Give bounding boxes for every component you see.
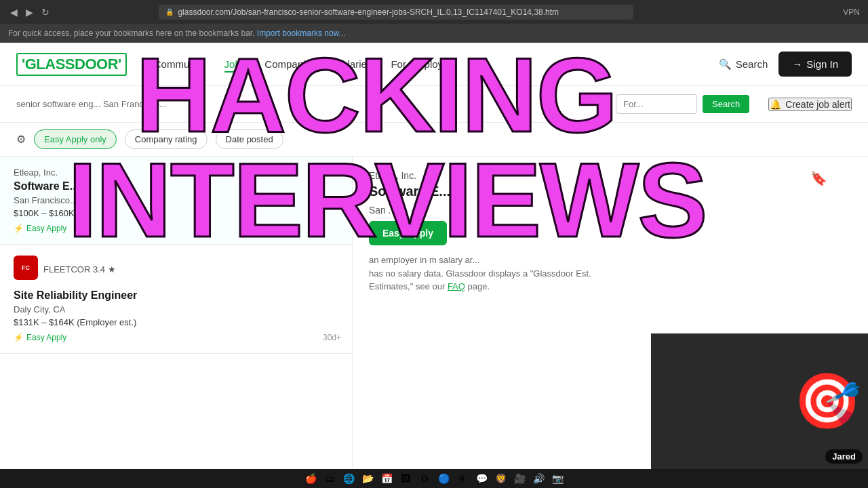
job-title-1: Software E...: [14, 180, 338, 192]
forward-button[interactable]: ▶: [24, 7, 35, 18]
dartboard-icon: 🎯: [793, 369, 861, 433]
company-name-1: Etleap, Inc.: [14, 167, 338, 178]
taskbar-facetime[interactable]: 📷: [550, 471, 565, 486]
bookmark-icon[interactable]: 🔖: [810, 170, 827, 186]
nav-employers[interactable]: For Employers: [391, 56, 457, 73]
easy-apply-text-2: Easy Apply: [26, 333, 66, 342]
bookmarks-bar: For quick access, place your bookmarks h…: [0, 24, 868, 43]
easy-apply-badge-2: ⚡ Easy Apply: [14, 333, 338, 342]
taskbar-app1[interactable]: 📅: [379, 471, 394, 486]
date-posted-filter[interactable]: Date posted: [216, 129, 283, 149]
job-card-1[interactable]: Etleap, Inc. Software E... San Francisco…: [0, 157, 352, 245]
nav-companies[interactable]: Companies: [264, 56, 316, 73]
search-button[interactable]: 🔍 Search: [719, 58, 768, 70]
back-button[interactable]: ◀: [8, 7, 20, 18]
taskbar-settings[interactable]: ⚙: [417, 471, 432, 486]
salary-note: an employer in m salary ar... has no sal…: [369, 253, 852, 293]
webcam-overlay: 🎯 Jared: [651, 333, 868, 469]
nav-links: Community Jobs Companies Salaries For Em…: [154, 56, 457, 73]
url-text: glassdoor.com/Job/san-francisco-senior-s…: [178, 7, 559, 17]
job-location-2: Daly City, CA: [14, 304, 338, 314]
filters-bar: ⚙ Easy Apply only Company rating Date po…: [0, 123, 868, 157]
nav-community[interactable]: Community: [154, 56, 205, 73]
detail-location: San ...: [369, 205, 852, 216]
job-card-2[interactable]: FC FLEETCOR 3.4 ★ Site Reliability Engin…: [0, 245, 352, 354]
taskbar-launchpad[interactable]: 🗂: [322, 471, 337, 486]
job-location-1: San Francisco...: [14, 195, 338, 205]
taskbar-messages[interactable]: 💬: [474, 471, 489, 486]
nav-jobs[interactable]: Jobs: [224, 56, 246, 73]
taskbar-safari[interactable]: 🌐: [341, 471, 356, 486]
nav-salaries[interactable]: Salaries: [335, 56, 372, 73]
rating-2: 3.4 ★: [93, 264, 116, 274]
bookmarks-prompt: For quick access, place your bookmarks h…: [8, 28, 255, 38]
breadcrumb: senior software eng... San Francisco...: [16, 99, 167, 109]
filter-icon[interactable]: ⚙: [16, 133, 26, 146]
job-salary-1: $100K – $160K: [14, 208, 338, 218]
taskbar-zoom[interactable]: 🎥: [512, 471, 527, 486]
taskbar-chrome[interactable]: 🔵: [436, 471, 451, 486]
webcam-inner: 🎯 Jared: [651, 333, 868, 469]
glassdoor-logo[interactable]: 'GLASSDOOR': [16, 53, 127, 76]
fleetcor-logo: FC: [14, 256, 38, 280]
taskbar: 🍎 🗂 🌐 📂 📅 🖼 ⚙ 🔵 ✈ 💬 🦁 🎥 🔊 📷: [0, 469, 868, 488]
lightning-icon-2: ⚡: [14, 333, 24, 342]
browser-extras: VPN: [843, 7, 860, 17]
create-alert-button[interactable]: 🔔 Create job alert: [768, 98, 852, 111]
nav-right: 🔍 Search → Sign In: [719, 52, 852, 77]
taskbar-app2[interactable]: 🦁: [493, 471, 508, 486]
jared-label: Jared: [825, 449, 863, 464]
create-alert-label: Create job alert: [785, 99, 850, 110]
import-bookmarks-link[interactable]: Import bookmarks now...: [257, 28, 346, 38]
search-icon: 🔍: [719, 58, 732, 70]
sign-in-button[interactable]: → Sign In: [778, 52, 852, 77]
taskbar-telegram[interactable]: ✈: [455, 471, 470, 486]
search-label: Search: [736, 58, 768, 70]
job-title-2: Site Reliability Engineer: [14, 289, 338, 302]
detail-title: Software E...: [369, 184, 852, 199]
refresh-button[interactable]: ↻: [39, 7, 52, 18]
sub-nav: senior software eng... San Francisco... …: [0, 86, 868, 123]
vpn-badge: VPN: [843, 7, 860, 17]
search-area: Search: [616, 94, 749, 114]
taskbar-photos[interactable]: 🖼: [398, 471, 413, 486]
easy-apply-filter[interactable]: Easy Apply only: [34, 129, 117, 149]
lock-icon: 🔒: [165, 8, 174, 16]
main-nav: 'GLASSDOOR' Community Jobs Companies Sal…: [0, 43, 868, 86]
taskbar-terminal[interactable]: 📂: [360, 471, 375, 486]
url-bar[interactable]: 🔒 glassdoor.com/Job/san-francisco-senior…: [159, 5, 633, 20]
taskbar-finder[interactable]: 🍎: [303, 471, 318, 486]
lightning-icon-1: ⚡: [14, 224, 24, 233]
company-name-2: FLEETCOR 3.4 ★: [43, 264, 116, 274]
taskbar-app3[interactable]: 🔊: [531, 471, 546, 486]
job-age-2: 30d+: [323, 333, 341, 342]
detail-easy-apply-button[interactable]: Easy Apply: [369, 221, 447, 245]
bell-icon: 🔔: [770, 99, 781, 110]
browser-controls: ◀ ▶ ↻: [8, 7, 52, 18]
sign-in-label: Sign In: [806, 58, 838, 70]
job-search-button[interactable]: Search: [703, 95, 749, 113]
easy-apply-text-1: Easy Apply: [26, 224, 66, 233]
easy-apply-badge-1: ⚡ Easy Apply: [14, 224, 338, 233]
job-search-label: Search: [712, 99, 740, 109]
job-salary-2: $131K – $164K (Employer est.): [14, 317, 338, 327]
faq-link[interactable]: FAQ: [448, 281, 465, 291]
jobs-list: Etleap, Inc. Software E... San Francisco…: [0, 157, 353, 488]
company-rating-filter[interactable]: Company rating: [125, 129, 208, 149]
job-search-input[interactable]: [616, 94, 697, 114]
detail-company: Etleap, Inc.: [369, 170, 852, 181]
browser-chrome: ◀ ▶ ↻ 🔒 glassdoor.com/Job/san-francisco-…: [0, 0, 868, 24]
sign-in-icon: →: [792, 58, 802, 70]
